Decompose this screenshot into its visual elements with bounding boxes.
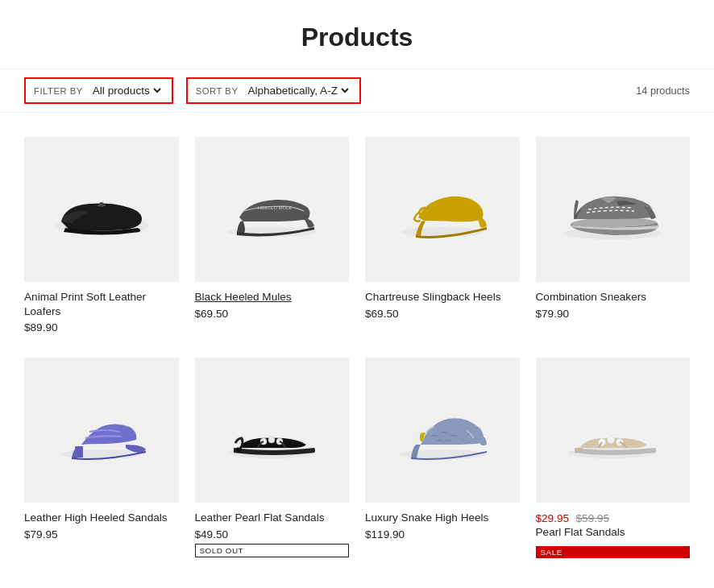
product-image[interactable] <box>365 137 520 282</box>
shoe-illustration-sandal-blue <box>49 398 154 462</box>
shoe-illustration-loafer <box>49 177 154 242</box>
svg-rect-7 <box>75 446 83 458</box>
sort-select[interactable]: Alphabetically, A-Z Alphabetically, Z-A … <box>244 84 351 97</box>
product-name: Luxury Snake High Heels <box>365 511 520 525</box>
products-count: 14 products <box>636 85 690 97</box>
product-price: $69.50 <box>365 308 520 320</box>
products-grid: Animal Print Soft Leather Loafers $89.90… <box>0 129 714 588</box>
product-card: Animal Print Soft Leather Loafers $89.90 <box>24 137 179 333</box>
product-pricing: $29.95 $59.95 <box>536 511 691 525</box>
price-sale: $29.95 <box>536 512 570 524</box>
product-name[interactable]: Black Heeled Mules <box>195 290 350 304</box>
filter-group: FILTER BY All products Sandals Heels Sne… <box>24 77 173 104</box>
product-image[interactable] <box>195 358 350 503</box>
shoe-illustration-sneaker <box>556 177 669 242</box>
product-name: Combination Sneakers <box>536 290 691 304</box>
svg-point-18 <box>609 437 612 440</box>
shoe-illustration-mule: HEELED MULE <box>219 177 324 242</box>
sort-label: SORT BY <box>196 86 239 96</box>
product-image[interactable]: HEELED MULE <box>195 137 350 282</box>
shoe-illustration-flat-black <box>219 398 324 462</box>
svg-point-15 <box>608 437 615 444</box>
product-name: Leather High Heeled Sandals <box>24 511 179 525</box>
product-price: $79.95 <box>24 528 179 540</box>
shoe-illustration-snake <box>390 398 495 462</box>
product-card: Leather Pearl Flat Sandals $49.50 SOLD O… <box>195 358 350 558</box>
filter-select[interactable]: All products Sandals Heels Sneakers Loaf… <box>89 84 164 97</box>
product-card: Chartreuse Slingback Heels $69.50 <box>365 137 520 333</box>
svg-point-1 <box>99 202 104 207</box>
product-price: $89.90 <box>24 321 179 333</box>
sort-group: SORT BY Alphabetically, A-Z Alphabetical… <box>186 77 362 104</box>
product-name: Leather Pearl Flat Sandals <box>195 511 350 525</box>
product-card: $29.95 $59.95 Pearl Flat Sandals SALE <box>536 358 691 558</box>
page-title: Products <box>0 0 714 68</box>
shoe-illustration-pearl <box>560 398 665 462</box>
shoe-illustration-slingback <box>390 177 495 242</box>
product-name: Animal Print Soft Leather Loafers <box>24 290 179 318</box>
product-card: HEELED MULE Black Heeled Mules $69.50 <box>195 137 350 333</box>
product-price: $79.90 <box>536 308 691 320</box>
product-image[interactable] <box>24 358 179 503</box>
product-card: Luxury Snake High Heels $119.90 <box>365 358 520 558</box>
product-name: Pearl Flat Sandals <box>536 525 691 540</box>
product-name: Chartreuse Slingback Heels <box>365 290 520 304</box>
controls-bar: FILTER BY All products Sandals Heels Sne… <box>0 68 714 113</box>
product-image[interactable] <box>365 358 520 503</box>
product-card: Combination Sneakers $79.90 <box>536 137 691 333</box>
svg-text:HEELED MULE: HEELED MULE <box>258 205 292 210</box>
filter-label: FILTER BY <box>34 86 83 96</box>
product-price: $69.50 <box>195 308 350 320</box>
product-image[interactable] <box>24 137 179 282</box>
product-card: Leather High Heeled Sandals $79.95 <box>24 358 179 558</box>
sale-badge: SALE <box>536 546 691 558</box>
price-original: $59.95 <box>576 512 610 524</box>
product-price: $49.50 <box>195 528 350 540</box>
product-image[interactable] <box>536 358 691 503</box>
product-image[interactable] <box>536 137 691 282</box>
product-price: $119.90 <box>365 528 520 540</box>
svg-point-10 <box>268 437 275 443</box>
sold-out-badge: SOLD OUT <box>195 544 350 557</box>
svg-point-19 <box>618 440 621 442</box>
svg-point-17 <box>600 440 603 442</box>
